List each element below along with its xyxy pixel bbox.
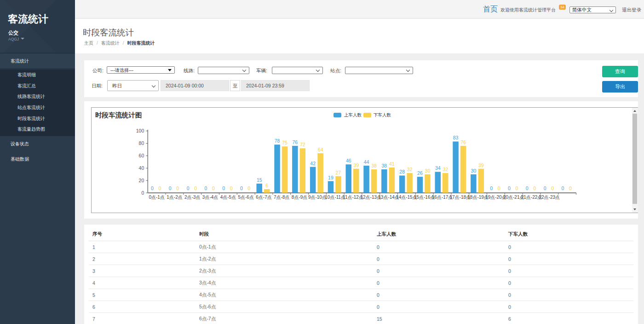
svg-text:0: 0 (533, 185, 536, 191)
svg-text:0: 0 (248, 185, 251, 191)
svg-text:28: 28 (399, 169, 405, 174)
svg-text:32: 32 (443, 167, 448, 172)
svg-text:19: 19 (328, 175, 334, 180)
svg-text:0: 0 (194, 185, 197, 191)
svg-text:0: 0 (176, 185, 179, 191)
svg-text:78: 78 (275, 138, 280, 144)
svg-text:15: 15 (257, 177, 262, 183)
svg-text:64: 64 (318, 147, 323, 152)
svg-text:76: 76 (460, 139, 466, 145)
svg-text:60: 60 (139, 153, 144, 158)
svg-text:40: 40 (139, 165, 144, 171)
svg-text:0: 0 (187, 185, 190, 191)
svg-text:76: 76 (293, 139, 298, 145)
svg-text:32: 32 (407, 167, 413, 172)
svg-text:0: 0 (569, 185, 572, 191)
svg-text:0: 0 (212, 185, 215, 191)
svg-text:20: 20 (139, 178, 144, 183)
svg-text:1点-2点: 1点-2点 (167, 195, 182, 200)
svg-text:0: 0 (204, 185, 207, 191)
svg-text:0: 0 (561, 185, 564, 191)
svg-text:9点-10点: 9点-10点 (308, 195, 327, 200)
svg-text:8点-9点: 8点-9点 (292, 195, 307, 200)
svg-text:0: 0 (151, 185, 154, 191)
svg-text:39: 39 (478, 162, 484, 168)
svg-text:44: 44 (364, 159, 369, 165)
svg-text:39: 39 (353, 162, 359, 168)
svg-text:0: 0 (498, 185, 500, 191)
svg-text:30: 30 (425, 168, 431, 174)
svg-text:0: 0 (526, 185, 529, 191)
svg-text:5点-6点: 5点-6点 (238, 195, 253, 200)
svg-text:7点-8点: 7点-8点 (274, 195, 289, 200)
svg-text:42: 42 (310, 161, 316, 166)
svg-text:0: 0 (551, 185, 554, 191)
svg-text:0: 0 (490, 185, 493, 191)
svg-text:0: 0 (169, 185, 172, 191)
svg-text:0: 0 (222, 185, 225, 191)
svg-text:100: 100 (136, 128, 144, 133)
svg-text:0: 0 (141, 190, 144, 196)
svg-text:2点-3点: 2点-3点 (184, 195, 200, 200)
svg-text:27: 27 (336, 170, 341, 175)
svg-text:83: 83 (453, 135, 459, 140)
svg-text:34: 34 (435, 165, 441, 171)
svg-text:46: 46 (346, 158, 351, 163)
svg-text:75: 75 (282, 140, 288, 145)
svg-text:0: 0 (230, 185, 233, 191)
svg-text:22点-23点: 22点-23点 (539, 195, 560, 200)
svg-text:38: 38 (382, 163, 387, 168)
svg-text:0: 0 (516, 185, 518, 191)
svg-text:80: 80 (139, 140, 144, 146)
svg-text:3点-4点: 3点-4点 (202, 195, 218, 200)
svg-text:0: 0 (508, 185, 511, 191)
svg-text:26: 26 (417, 170, 423, 176)
svg-text:0: 0 (240, 185, 243, 191)
svg-text:6点-7点: 6点-7点 (256, 195, 271, 200)
svg-text:41: 41 (389, 161, 395, 167)
svg-text:0: 0 (159, 185, 161, 191)
svg-text:0: 0 (544, 185, 546, 191)
svg-text:0点-1点: 0点-1点 (149, 195, 164, 200)
svg-text:4点-5点: 4点-5点 (220, 195, 236, 200)
svg-text:30: 30 (471, 168, 477, 174)
svg-text:6: 6 (265, 183, 268, 188)
svg-text:72: 72 (300, 142, 305, 147)
svg-text:38: 38 (371, 163, 377, 168)
